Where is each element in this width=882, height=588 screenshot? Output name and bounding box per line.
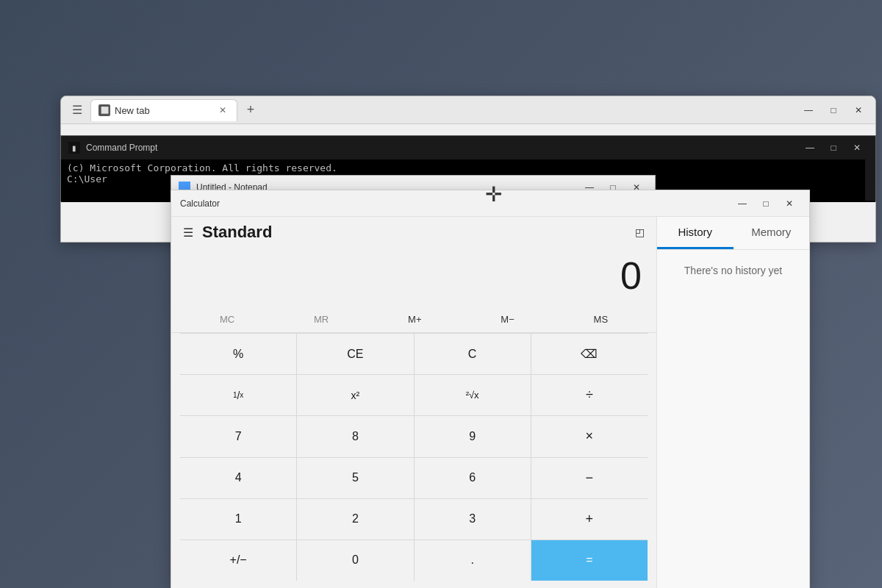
calc-history-tab[interactable]: History (657, 217, 734, 249)
calc-header: ☰ Standard ◰ (171, 217, 656, 248)
calc-5-button[interactable]: 5 (297, 458, 413, 498)
calc-display-value: 0 (620, 254, 642, 298)
calc-mplus-button[interactable]: M+ (402, 311, 427, 328)
calc-no-history-text: There's no history yet (684, 265, 782, 276)
calc-main-panel: ☰ Standard ◰ 0 MC MR M+ M− MS (171, 217, 656, 588)
tab-close-button[interactable]: ✕ (216, 104, 229, 117)
calc-mc-button[interactable]: MC (214, 311, 240, 328)
cmd-titlebar: ▮ Command Prompt — □ ✕ (61, 136, 875, 159)
calc-title: Calculator (180, 198, 731, 209)
browser-maximize-button[interactable]: □ (822, 99, 845, 121)
calc-square-button[interactable]: x² (297, 375, 413, 415)
browser-window-controls: — □ ✕ (797, 99, 870, 121)
calc-compact-icon[interactable]: ◰ (635, 226, 645, 238)
calc-close-button[interactable]: ✕ (778, 193, 800, 215)
calc-9-button[interactable]: 9 (415, 416, 531, 456)
cmd-scrollbar[interactable] (865, 136, 875, 201)
tab-favicon-icon: ⬜ (98, 104, 110, 116)
calc-reciprocal-button[interactable]: 1/x (180, 375, 296, 415)
calc-body: ☰ Standard ◰ 0 MC MR M+ M− MS (171, 217, 809, 588)
sidebar-toggle-icon[interactable]: ☰ (67, 100, 87, 121)
new-tab-button[interactable]: + (240, 100, 261, 121)
calc-add-button[interactable]: + (531, 499, 648, 539)
browser-tab[interactable]: ⬜ New tab ✕ (90, 99, 237, 121)
calc-4-button[interactable]: 4 (180, 458, 296, 498)
browser-close-button[interactable]: ✕ (847, 99, 870, 121)
calc-tabs: History Memory (657, 217, 809, 250)
calc-6-button[interactable]: 6 (415, 458, 531, 498)
calc-2-button[interactable]: 2 (297, 499, 413, 539)
calc-8-button[interactable]: 8 (297, 416, 413, 456)
tab-label: New tab (115, 105, 212, 116)
calc-memory-tab[interactable]: Memory (734, 217, 810, 249)
cmd-icon: ▮ (68, 142, 80, 154)
calculator-window: Calculator — □ ✕ ☰ Standard ◰ 0 (171, 190, 810, 588)
calc-mode-title: Standard (202, 223, 626, 242)
calc-minimize-button[interactable]: — (731, 193, 753, 215)
calc-divide-button[interactable]: ÷ (531, 375, 648, 415)
calc-maximize-button[interactable]: □ (755, 193, 777, 215)
calc-subtract-button[interactable]: − (531, 458, 648, 498)
calc-hamburger-icon[interactable]: ☰ (183, 226, 193, 240)
desktop: ☰ ⬜ New tab ✕ + — □ ✕ ▮ Command Prompt —… (0, 0, 882, 588)
calc-display: 0 (171, 248, 656, 306)
calc-1-button[interactable]: 1 (180, 499, 296, 539)
calc-memory-row: MC MR M+ M− MS (171, 306, 656, 333)
calc-7-button[interactable]: 7 (180, 416, 296, 456)
cmd-title: Command Prompt (86, 143, 793, 153)
cmd-maximize-button[interactable]: □ (822, 137, 845, 159)
calc-backspace-button[interactable]: ⌫ (531, 334, 648, 374)
calc-sqrt-button[interactable]: ²√x (415, 375, 531, 415)
calc-history-content: There's no history yet (657, 250, 809, 588)
calc-negate-button[interactable]: +/− (180, 540, 296, 581)
calc-ce-button[interactable]: CE (297, 334, 413, 374)
move-cursor-icon: ✛ (485, 182, 502, 207)
calc-percent-button[interactable]: % (180, 334, 296, 374)
calc-ms-button[interactable]: MS (588, 311, 614, 328)
calc-0-button[interactable]: 0 (297, 540, 413, 581)
cmd-copyright-line: (c) Microsoft Corporation. All rights re… (67, 162, 870, 173)
calc-equals-button[interactable]: = (531, 540, 648, 581)
calc-decimal-button[interactable]: . (415, 540, 531, 581)
calc-c-button[interactable]: C (415, 334, 531, 374)
calc-window-controls: — □ ✕ (731, 193, 800, 215)
calc-button-grid: % CE C ⌫ 1/x x² ²√x ÷ 7 8 9 × 4 5 (180, 333, 648, 581)
calc-mr-button[interactable]: MR (308, 311, 334, 328)
calc-right-panel: History Memory There's no history yet (656, 217, 809, 588)
browser-minimize-button[interactable]: — (797, 99, 820, 121)
cmd-minimize-button[interactable]: — (799, 137, 821, 159)
browser-titlebar: ☰ ⬜ New tab ✕ + — □ ✕ (61, 96, 875, 124)
calc-mminus-button[interactable]: M− (495, 311, 520, 328)
cmd-window-controls: — □ ✕ (799, 137, 868, 159)
calc-multiply-button[interactable]: × (531, 416, 648, 456)
calc-3-button[interactable]: 3 (415, 499, 531, 539)
